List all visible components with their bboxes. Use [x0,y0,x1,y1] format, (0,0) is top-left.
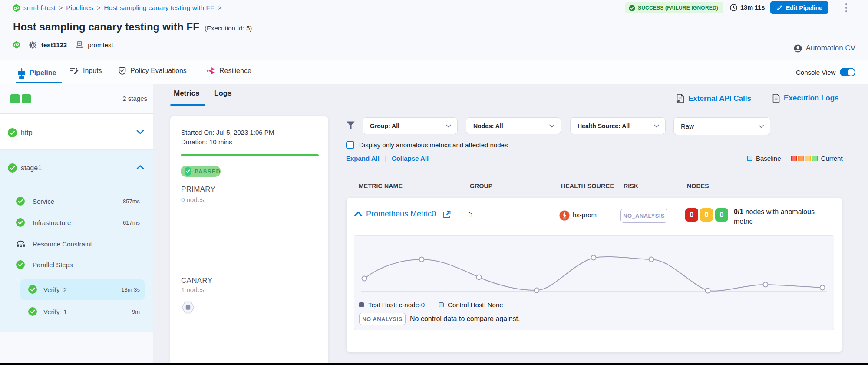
svg-text:API: API [677,100,681,103]
